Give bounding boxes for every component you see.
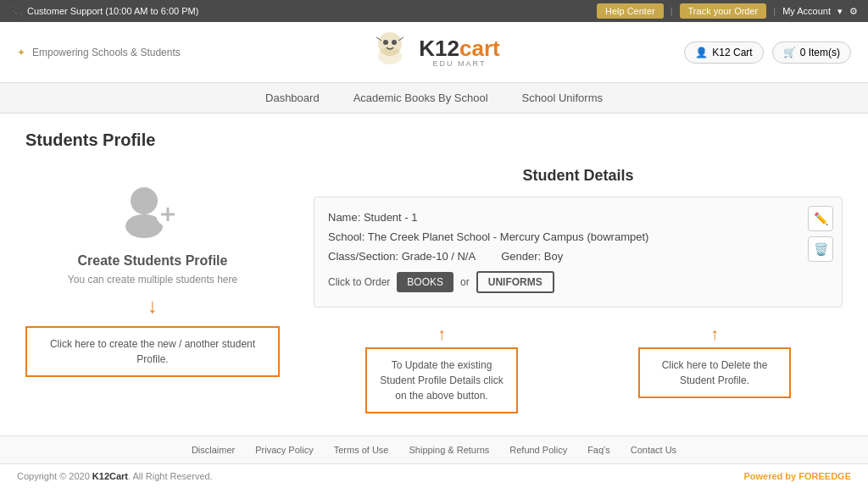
create-profile-tooltip: Click here to create the new / another s…: [25, 326, 280, 377]
arrow-up-update-icon: ↑: [365, 324, 518, 344]
footer-shipping[interactable]: Shipping & Returns: [409, 445, 489, 455]
svg-point-6: [131, 187, 158, 214]
main-layout: Create Students Profile You can create m…: [25, 167, 843, 413]
main-nav: Dashboard Academic Books By School Schoo…: [0, 83, 868, 114]
support-text: Customer Support (10:00 AM to 6:00 PM): [27, 6, 198, 16]
create-profile-area: Create Students Profile You can create m…: [25, 167, 280, 394]
student-name: Name: Student - 1: [328, 211, 418, 224]
powered-prefix: Powered by: [743, 471, 798, 481]
user-icon: 👤: [695, 47, 708, 58]
my-account-link[interactable]: My Account: [782, 6, 831, 16]
delete-annotation: ↑ Click here to Delete the Student Profi…: [638, 324, 791, 398]
student-details-section: Student Details ✏️ 🗑️ Name: Student - 1 …: [314, 167, 843, 413]
header-tagline-area: ✦ Empowering Schools & Students: [17, 47, 181, 58]
footer-refund[interactable]: Refund Policy: [509, 445, 567, 455]
footer-disclaimer[interactable]: Disclaimer: [192, 445, 235, 455]
books-button[interactable]: BOOKS: [397, 272, 453, 292]
copyright-prefix: Copyright © 2020: [17, 471, 92, 481]
k12cart-button[interactable]: 👤 K12 Cart: [684, 42, 763, 64]
site-logo[interactable]: K12cart EDU MART: [364, 29, 499, 75]
track-order-button[interactable]: Track your Order: [680, 3, 767, 19]
footer-links: Disclaimer Privacy Policy Terms of Use S…: [0, 435, 868, 463]
student-school-row: School: The Creek Planet School - Mercur…: [328, 230, 828, 243]
support-info: 📞 Customer Support (10:00 AM to 6:00 PM): [10, 6, 198, 17]
uniforms-button[interactable]: UNIFORMS: [476, 271, 554, 293]
footer-terms[interactable]: Terms of Use: [334, 445, 389, 455]
brand-name: K12Cart: [92, 471, 128, 481]
separator-2: |: [773, 6, 776, 16]
star-icon: ✦: [17, 47, 25, 58]
edit-student-button[interactable]: ✏️: [808, 206, 833, 231]
powered-by: Powered by FOREEDGE: [743, 471, 851, 481]
student-name-row: Name: Student - 1: [328, 211, 828, 224]
chevron-down-icon: ▾: [837, 6, 843, 17]
create-profile-section: Create Students Profile You can create m…: [25, 167, 280, 394]
site-header: ✦ Empowering Schools & Students K12cart …: [0, 22, 868, 83]
delete-tooltip: Click here to Delete the Student Profile…: [638, 347, 791, 398]
arrow-up-delete-icon: ↑: [638, 324, 791, 344]
student-gender: Gender: Boy: [501, 250, 563, 263]
footer-privacy[interactable]: Privacy Policy: [255, 445, 313, 455]
nav-academic-books[interactable]: Academic Books By School: [353, 92, 488, 104]
delete-student-button[interactable]: 🗑️: [808, 236, 833, 262]
k12cart-label: K12 Cart: [712, 47, 752, 58]
update-tooltip: To Update the existing Student Profile D…: [365, 347, 518, 413]
logo-k12: K12: [419, 36, 459, 61]
order-row: Click to Order BOOKS or UNIFORMS: [328, 271, 828, 293]
add-user-icon: [119, 184, 186, 243]
student-card: ✏️ 🗑️ Name: Student - 1 School: The Cree…: [314, 197, 843, 308]
or-text: or: [460, 276, 470, 288]
help-center-button[interactable]: Help Center: [597, 3, 664, 19]
phone-icon: 📞: [10, 6, 22, 17]
page-title: Students Profile: [25, 130, 843, 150]
click-to-order-label: Click to Order: [328, 276, 390, 288]
footer-faq[interactable]: Faq's: [587, 445, 610, 455]
svg-point-3: [392, 40, 397, 45]
footer-bottom: Copyright © 2020 K12Cart. All Right Rese…: [0, 463, 868, 488]
logo-cart: cart: [459, 36, 500, 61]
header-cart-area: 👤 K12 Cart 🛒 0 Item(s): [684, 42, 851, 64]
cart-items-label: 0 Item(s): [800, 47, 840, 58]
tagline-text: Empowering Schools & Students: [32, 47, 181, 58]
annotation-row: ↑ To Update the existing Student Profile…: [314, 324, 843, 413]
copyright-text: Copyright © 2020 K12Cart. All Right Rese…: [17, 471, 213, 481]
card-actions: ✏️ 🗑️: [808, 206, 833, 262]
arrow-down-icon: ↓: [25, 294, 280, 318]
nav-school-uniforms[interactable]: School Uniforms: [522, 92, 603, 104]
page-content: Students Profile Create Students Profile…: [0, 114, 868, 435]
create-profile-title: Create Students Profile: [25, 253, 280, 269]
powered-brand: FOREEDGE: [798, 471, 851, 481]
copyright-suffix: . All Right Reserved.: [128, 471, 213, 481]
update-annotation: ↑ To Update the existing Student Profile…: [365, 324, 518, 413]
student-class-gender-row: Class/Section: Grade-10 / N/A Gender: Bo…: [328, 250, 828, 263]
nav-dashboard[interactable]: Dashboard: [265, 92, 320, 104]
top-bar-actions: Help Center | Track your Order | My Acco…: [597, 3, 858, 19]
logo-mascot-icon: [364, 29, 415, 75]
top-bar: 📞 Customer Support (10:00 AM to 6:00 PM)…: [0, 0, 868, 22]
svg-point-2: [383, 40, 388, 45]
student-class: Class/Section: Grade-10 / N/A: [328, 250, 476, 263]
student-details-title: Student Details: [314, 167, 843, 185]
student-school: School: The Creek Planet School - Mercur…: [328, 230, 648, 243]
separator-1: |: [670, 6, 673, 16]
cart-icon: 🛒: [783, 47, 796, 58]
create-profile-sub: You can create multiple students here: [25, 274, 280, 286]
cart-button[interactable]: 🛒 0 Item(s): [772, 42, 851, 64]
svg-point-1: [378, 47, 402, 64]
gear-icon[interactable]: ⚙: [849, 6, 858, 17]
footer-contact[interactable]: Contact Us: [631, 445, 676, 455]
